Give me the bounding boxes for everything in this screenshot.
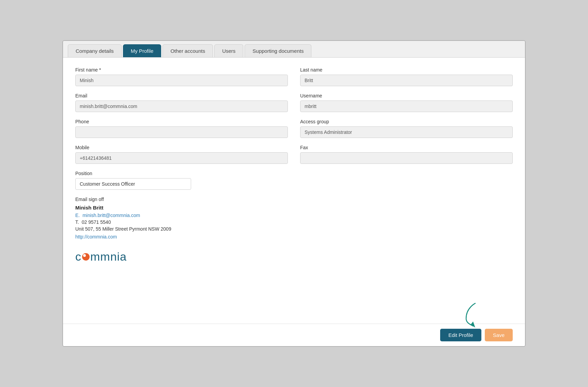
save-button[interactable]: Save xyxy=(485,329,513,341)
signoff-url[interactable]: http://commnia.com xyxy=(75,234,117,239)
email-input[interactable] xyxy=(75,100,288,112)
position-label: Position xyxy=(75,171,513,176)
fax-input[interactable] xyxy=(300,152,513,164)
fax-label: Fax xyxy=(300,145,513,150)
last-name-label: Last name xyxy=(300,67,513,73)
signoff-email-value: minish.britt@commnia.com xyxy=(82,213,140,218)
tab-company-details[interactable]: Company details xyxy=(68,44,122,57)
row-name: First name * Last name xyxy=(75,67,513,86)
logo-c: c xyxy=(75,250,81,263)
email-label: Email xyxy=(75,93,288,98)
signoff-phone-value: 02 9571 5540 xyxy=(82,219,111,225)
mobile-group: Mobile xyxy=(75,145,288,164)
phone-input[interactable] xyxy=(75,126,288,138)
form-content: First name * Last name Email Username Ph… xyxy=(63,58,525,324)
username-group: Username xyxy=(300,93,513,112)
last-name-group: Last name xyxy=(300,67,513,86)
tab-supporting-documents[interactable]: Supporting documents xyxy=(245,44,311,57)
svg-marker-0 xyxy=(471,322,475,328)
first-name-input[interactable] xyxy=(75,75,288,86)
username-input[interactable] xyxy=(300,100,513,112)
logo-dot-icon xyxy=(82,253,90,261)
signoff-phone-line: T. 02 9571 5540 xyxy=(75,219,513,225)
row-email-username: Email Username xyxy=(75,93,513,112)
access-group-input[interactable] xyxy=(300,126,513,138)
logo-mmnia: mmnia xyxy=(90,250,127,263)
main-window: Company details My Profile Other account… xyxy=(62,40,526,347)
fax-group: Fax xyxy=(300,145,513,164)
signoff-section: Email sign off Minish Britt E. minish.br… xyxy=(75,197,513,240)
phone-label: Phone xyxy=(75,119,288,124)
signoff-address: Unit 507, 55 Miller Street Pyrmont NSW 2… xyxy=(75,226,513,232)
username-label: Username xyxy=(300,93,513,98)
phone-group: Phone xyxy=(75,119,288,138)
row-mobile-fax: Mobile Fax xyxy=(75,145,513,164)
email-group: Email xyxy=(75,93,288,112)
position-input[interactable] xyxy=(75,178,191,190)
signoff-email-line: E. minish.britt@commnia.com xyxy=(75,213,513,218)
commnia-logo: c mmnia xyxy=(75,250,513,263)
access-group-group: Access group xyxy=(300,119,513,138)
signoff-name: Minish Britt xyxy=(75,205,513,211)
footer: Edit Profile Save xyxy=(63,324,525,346)
edit-profile-button[interactable]: Edit Profile xyxy=(440,329,481,341)
logo-area: c mmnia xyxy=(75,250,513,263)
tab-other-accounts[interactable]: Other accounts xyxy=(163,44,213,57)
signoff-label: Email sign off xyxy=(75,197,513,202)
row-phone-access: Phone Access group xyxy=(75,119,513,138)
mobile-label: Mobile xyxy=(75,145,288,150)
signoff-email-prefix: E. xyxy=(75,213,80,218)
arrow-indicator xyxy=(464,302,481,330)
first-name-group: First name * xyxy=(75,67,288,86)
signoff-phone-prefix: T. xyxy=(75,219,79,225)
position-group: Position xyxy=(75,171,513,190)
mobile-input[interactable] xyxy=(75,152,288,164)
tab-users[interactable]: Users xyxy=(214,44,243,57)
tab-my-profile[interactable]: My Profile xyxy=(123,44,161,57)
last-name-input[interactable] xyxy=(300,75,513,86)
access-group-label: Access group xyxy=(300,119,513,124)
first-name-label: First name * xyxy=(75,67,288,73)
tab-bar: Company details My Profile Other account… xyxy=(63,41,525,58)
